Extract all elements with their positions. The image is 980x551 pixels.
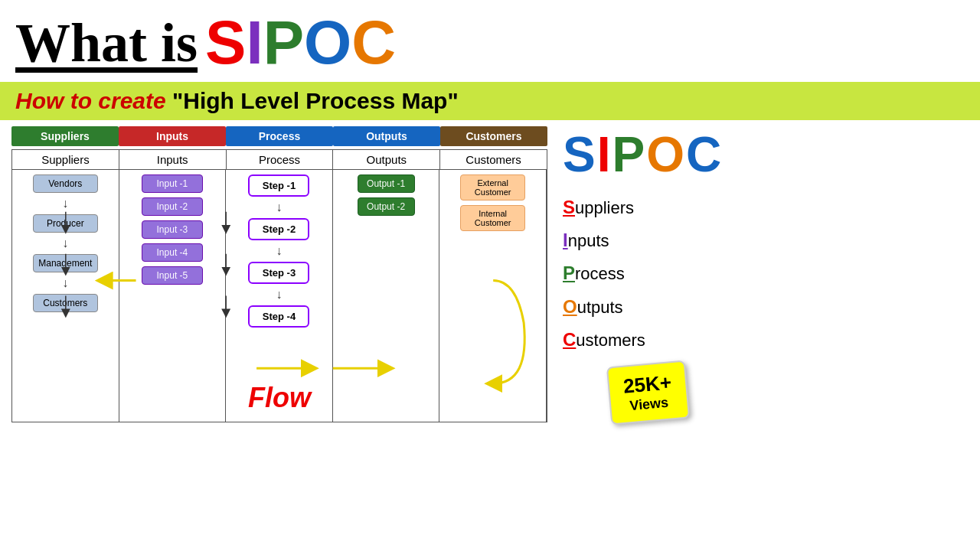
- arrow-down-2: ↓: [62, 237, 68, 249]
- title-what-is: What is: [15, 11, 198, 75]
- acronym-o-rest: utputs: [577, 298, 623, 317]
- acronym-c-rest: ustomers: [576, 331, 645, 350]
- outputs-col: Output -1 Output -2: [333, 170, 440, 422]
- sipoc-o: O: [304, 8, 351, 78]
- col-label-process: Process: [227, 150, 334, 169]
- acronym-i-letter: I: [563, 230, 568, 250]
- input-5: Input -5: [142, 266, 203, 285]
- title-area: What is SIPOC: [0, 0, 980, 82]
- input-1: Input -1: [142, 174, 203, 193]
- right-sipoc-s: S: [563, 126, 597, 183]
- header-outputs: Outputs: [333, 126, 440, 146]
- arrow-down-1: ↓: [62, 197, 68, 210]
- badge-views-label: Views: [625, 394, 674, 414]
- header-inputs: Inputs: [119, 126, 226, 146]
- main-content: Suppliers Inputs Process Outputs Custome…: [0, 120, 980, 429]
- acronym-inputs: Inputs: [563, 223, 645, 256]
- subtitle-how-create: How to create: [15, 88, 166, 113]
- subtitle-bar: How to create "High Level Process Map": [0, 82, 980, 120]
- acronym-list: Suppliers Inputs Process Outputs Custome…: [563, 191, 645, 356]
- data-area: Vendors ↓ Producer ↓ Management ↓ Custom…: [11, 170, 547, 422]
- right-sipoc-p: P: [612, 126, 646, 183]
- output-2: Output -2: [358, 197, 415, 216]
- step-3: Step -3: [248, 262, 309, 284]
- col-label-inputs: Inputs: [119, 150, 227, 169]
- acronym-suppliers: Suppliers: [563, 191, 645, 223]
- right-sipoc-i: I: [597, 126, 612, 183]
- sipoc-i: I: [246, 8, 263, 78]
- acronym-s-rest: uppliers: [575, 198, 634, 217]
- step-4: Step -4: [248, 305, 309, 328]
- sipoc-logo-right: SIPOC: [563, 126, 723, 183]
- supplier-producer: Producer: [33, 214, 98, 233]
- header-process: Process: [226, 126, 333, 146]
- right-panel: SIPOC Suppliers Inputs Process Outputs C…: [555, 126, 969, 422]
- views-badge: 25K+ Views: [606, 360, 690, 425]
- right-sipoc-o: O: [646, 126, 686, 183]
- col-label-customers: Customers: [440, 150, 547, 169]
- acronym-c-letter: C: [563, 329, 576, 350]
- arrow-step-1: ↓: [276, 201, 282, 214]
- col-label-outputs: Outputs: [333, 150, 440, 169]
- suppliers-col: Vendors ↓ Producer ↓ Management ↓ Custom…: [12, 170, 119, 422]
- step-1: Step -1: [248, 174, 309, 197]
- acronym-s-letter: S: [563, 197, 575, 217]
- acronym-process: Process: [563, 256, 645, 289]
- acronym-outputs: Outputs: [563, 290, 645, 323]
- header-customers: Customers: [440, 126, 547, 146]
- subtitle-high-level: "High Level Process Map": [172, 88, 459, 113]
- header-suppliers: Suppliers: [11, 126, 119, 146]
- customer-internal: Internal Customer: [460, 205, 525, 231]
- title-sipoc: SIPOC: [205, 8, 396, 78]
- output-1: Output -1: [358, 174, 415, 193]
- acronym-customers: Customers: [563, 323, 645, 356]
- supplier-customers: Customers: [33, 294, 98, 312]
- col-label-suppliers: Suppliers: [12, 150, 119, 169]
- sipoc-s: S: [205, 8, 246, 78]
- col-labels: Suppliers Inputs Process Outputs Custome…: [11, 149, 547, 170]
- supplier-management: Management: [33, 254, 98, 272]
- acronym-o-letter: O: [563, 296, 577, 317]
- sipoc-p: P: [263, 8, 304, 78]
- arrow-step-2: ↓: [276, 245, 282, 257]
- flow-label: Flow: [248, 382, 311, 414]
- arrow-step-3: ↓: [276, 289, 282, 301]
- acronym-p-letter: P: [563, 262, 575, 283]
- input-2: Input -2: [142, 197, 203, 216]
- arrow-down-3: ↓: [62, 277, 68, 289]
- header-row: Suppliers Inputs Process Outputs Custome…: [11, 126, 547, 146]
- sipoc-diagram: Suppliers Inputs Process Outputs Custome…: [11, 126, 547, 422]
- acronym-p-rest: rocess: [575, 264, 625, 283]
- customer-external: External Customer: [460, 174, 525, 201]
- input-4: Input -4: [142, 243, 203, 262]
- customers-col: External Customer Internal Customer: [439, 170, 547, 422]
- sipoc-c: C: [351, 8, 396, 78]
- right-sipoc-c: C: [686, 126, 723, 183]
- input-3: Input -3: [142, 220, 203, 239]
- acronym-i-rest: nputs: [568, 231, 609, 250]
- step-2: Step -2: [248, 218, 309, 240]
- inputs-col: Input -1 Input -2 Input -3 Input -4 Inpu…: [119, 170, 227, 422]
- supplier-vendors: Vendors: [33, 174, 98, 193]
